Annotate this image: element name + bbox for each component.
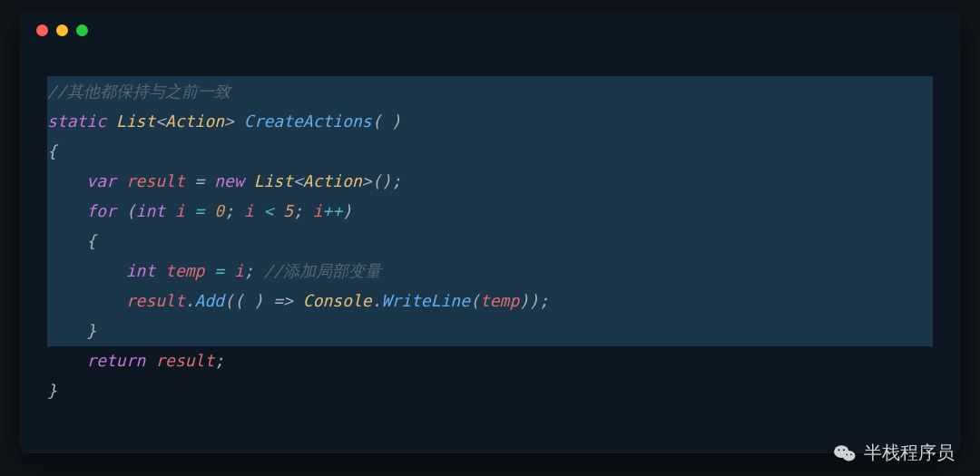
semi-3: ; [244,261,254,280]
zoom-icon[interactable] [76,24,88,36]
keyword-new: new [214,171,244,190]
code-comment-2: //添加局部变量 [263,261,381,280]
svg-point-1 [843,451,856,461]
paren-open-3: ( [470,291,480,310]
method-name: CreateActions [244,112,372,131]
op-assign: = [185,171,215,190]
ident-i-3: i [313,201,323,220]
paren-open: ( [126,201,136,220]
type-action: Action [165,112,224,131]
angle-open-2: < [293,171,303,190]
paren-close-chain: )); [519,291,549,310]
keyword-int-2: int [126,261,156,280]
type-list: List [116,112,155,131]
semi-4: ; [214,351,224,370]
brace-open: { [47,141,57,160]
wechat-icon [833,443,857,463]
code-comment: //其他都保持与之前一致 [47,82,230,101]
code-window: //其他都保持与之前一致 static List<Action> CreateA… [20,11,960,453]
angle-close: > [224,112,234,131]
semi: ; [224,201,234,220]
watermark: 半栈程序员 [833,441,955,465]
op-lt: < [264,201,274,220]
paren-open-2: (( ) => [224,291,303,310]
semi-2: ; [293,201,303,220]
brace-close: } [47,381,57,400]
type-console: Console [303,291,372,310]
ident-temp-2: temp [480,291,519,310]
op-eq-2: = [214,261,224,280]
brace-open-2: { [86,231,96,250]
op-eq: = [195,201,205,220]
keyword-var: var [86,171,116,190]
keyword-int: int [136,201,166,220]
svg-point-5 [850,453,852,455]
ident-temp: temp [165,261,204,280]
type-list-2: List [254,171,293,190]
dot: . [185,291,195,310]
dot-2: . [372,291,382,310]
angle-close-2: > [362,171,372,190]
keyword-for: for [86,201,116,220]
code-block: //其他都保持与之前一致 static List<Action> CreateA… [47,76,933,405]
ident-i: i [175,201,185,220]
ident-i-2: i [244,201,254,220]
ident-i-4: i [234,261,244,280]
window-titlebar [20,11,960,49]
num-zero: 0 [214,201,224,220]
ident-result-2: result [126,291,185,310]
minimize-icon[interactable] [56,24,68,36]
num-five: 5 [283,201,293,220]
watermark-text: 半栈程序员 [864,441,955,465]
brace-close-2: } [86,321,96,340]
ident-result-3: result [155,351,214,370]
angle-open: < [155,112,165,131]
svg-point-3 [843,449,845,451]
op-inc: ++ [323,201,343,220]
svg-point-2 [838,449,840,451]
paren-close: ) [342,201,352,220]
call-parens-2: (); [372,171,402,190]
method-add: Add [195,291,225,310]
type-action-2: Action [303,171,362,190]
ident-result: result [126,171,185,190]
keyword-return: return [86,351,145,370]
code-area: //其他都保持与之前一致 static List<Action> CreateA… [20,49,960,423]
call-parens: ( ) [372,112,402,131]
svg-point-4 [846,453,848,455]
keyword-static: static [47,112,106,131]
method-writeline: WriteLine [382,291,471,310]
close-icon[interactable] [36,24,48,36]
